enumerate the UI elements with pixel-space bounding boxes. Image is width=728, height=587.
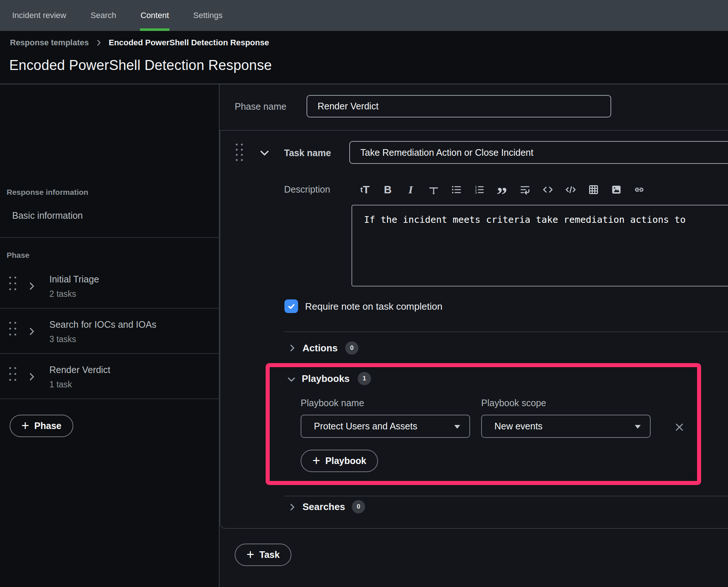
link-icon[interactable] (632, 183, 646, 197)
add-playbook-label: Playbook (325, 456, 366, 466)
phase-row-task-count: 3 tasks (49, 334, 76, 344)
task-name-input[interactable]: Take Remediation Action or Close Inciden… (349, 141, 728, 164)
sidebar-phase-row-render-verdict[interactable]: Render Verdict 1 task (0, 355, 219, 399)
phase-name-input[interactable]: Render Verdict (307, 95, 611, 117)
bold-icon[interactable]: B (381, 183, 395, 197)
nav-tab-content[interactable]: Content (140, 0, 169, 31)
drag-handle-icon[interactable] (9, 277, 16, 290)
sidebar-phase-row-search-iocs[interactable]: Search for IOCs and IOAs 3 tasks (0, 309, 219, 354)
dropdown-caret-icon (454, 425, 460, 429)
rich-text-toolbar: tT B I 123 ” (358, 183, 646, 197)
require-note-label: Require note on task completion (305, 301, 442, 312)
active-tab-underline (140, 28, 169, 31)
add-phase-label: Phase (34, 421, 62, 431)
actions-count-badge: 0 (345, 341, 358, 355)
phase-header: Phase (7, 251, 29, 260)
app-screen: Incident review Search Content Settings … (0, 0, 728, 587)
checkmark-icon (287, 302, 296, 311)
phase-name-label: Phase name (235, 101, 286, 112)
add-task-button[interactable]: + Task (235, 544, 291, 566)
drag-handle-icon[interactable] (9, 367, 16, 381)
task-name-value: Take Remediation Action or Close Inciden… (360, 147, 533, 158)
chevron-right-icon (95, 38, 103, 47)
text-size-icon[interactable]: tT (358, 183, 372, 197)
playbook-scope-label: Playbook scope (481, 398, 546, 408)
text-wrap-icon[interactable] (518, 183, 532, 197)
require-note-checkbox[interactable] (284, 299, 298, 313)
drag-handle-icon[interactable] (9, 322, 16, 335)
task-name-label: Task name (284, 148, 331, 158)
close-icon (673, 421, 686, 434)
chevron-down-icon[interactable] (258, 147, 271, 160)
numbered-list-icon[interactable]: 123 (472, 183, 486, 197)
top-nav: Incident review Search Content Settings (0, 0, 728, 31)
phase-row-title: Render Verdict (49, 365, 110, 375)
playbooks-section-header[interactable]: Playbooks (302, 373, 350, 384)
svg-text:3: 3 (475, 191, 477, 194)
phase-row-title: Initial Triage (49, 274, 99, 285)
strikethrough-icon[interactable] (427, 183, 440, 197)
drag-handle-icon[interactable] (236, 144, 243, 161)
phase-row-task-count: 1 task (49, 380, 72, 390)
nav-tab-label: Search (91, 11, 116, 20)
playbook-scope-dropdown[interactable]: New events (481, 415, 651, 438)
sidebar-divider (0, 237, 219, 238)
playbook-scope-value: New events (494, 421, 543, 432)
chevron-right-icon[interactable] (287, 502, 297, 514)
phase-row-title: Search for IOCs and IOAs (49, 319, 156, 330)
remove-playbook-button[interactable] (673, 421, 686, 435)
nav-tab-label: Settings (193, 11, 223, 20)
chevron-down-icon[interactable] (286, 374, 297, 386)
playbook-name-value: Protect Users and Assets (314, 421, 417, 432)
playbook-name-label: Playbook name (301, 398, 364, 408)
sidebar-item-basic-information[interactable]: Basic information (12, 210, 83, 221)
nav-tab-incident-review[interactable]: Incident review (12, 0, 66, 31)
code-block-icon[interactable] (564, 183, 577, 197)
section-divider (284, 331, 728, 332)
actions-section-header[interactable]: Actions (302, 342, 337, 354)
breadcrumb-current: Encoded PowerShell Detection Response (109, 38, 269, 48)
chevron-right-icon[interactable] (287, 343, 297, 355)
nav-tab-label: Incident review (12, 11, 66, 20)
playbook-name-dropdown[interactable]: Protect Users and Assets (301, 415, 470, 438)
phase-name-value: Render Verdict (318, 101, 378, 112)
chevron-right-icon[interactable] (27, 281, 37, 293)
blockquote-icon[interactable]: ” (495, 188, 509, 202)
page-title: Encoded PowerShell Detection Response (9, 57, 272, 73)
sidebar-phase-row-initial-triage[interactable]: Initial Triage 2 tasks (0, 264, 219, 309)
inline-code-icon[interactable] (541, 183, 554, 197)
phase-row-task-count: 2 tasks (49, 289, 76, 299)
playbooks-count-badge: 1 (358, 372, 371, 385)
breadcrumb-parent-link[interactable]: Response templates (10, 38, 89, 48)
italic-icon[interactable]: I (404, 183, 417, 197)
bulleted-list-icon[interactable] (449, 183, 463, 197)
searches-section-header[interactable]: Searches (302, 501, 345, 513)
add-task-label: Task (259, 549, 280, 560)
description-textarea[interactable]: If the incident meets criteria take reme… (351, 205, 728, 287)
description-label: Description (284, 184, 330, 195)
dropdown-caret-icon (635, 425, 641, 429)
sidebar: Response information Basic information P… (0, 84, 220, 587)
chevron-right-icon[interactable] (27, 326, 37, 338)
nav-tab-label: Content (140, 11, 169, 20)
nav-tab-search[interactable]: Search (91, 0, 116, 31)
section-divider (284, 496, 728, 496)
nav-tab-settings[interactable]: Settings (193, 0, 223, 31)
add-phase-button[interactable]: + Phase (10, 415, 73, 437)
table-icon[interactable] (587, 183, 600, 197)
searches-count-badge: 0 (352, 500, 365, 513)
breadcrumb: Response templates Encoded PowerShell De… (10, 38, 269, 48)
add-playbook-button[interactable]: + Playbook (301, 450, 378, 472)
response-information-header: Response information (7, 188, 88, 197)
image-icon[interactable] (609, 183, 623, 197)
chevron-right-icon[interactable] (27, 371, 37, 384)
description-text: If the incident meets criteria take reme… (364, 214, 686, 225)
